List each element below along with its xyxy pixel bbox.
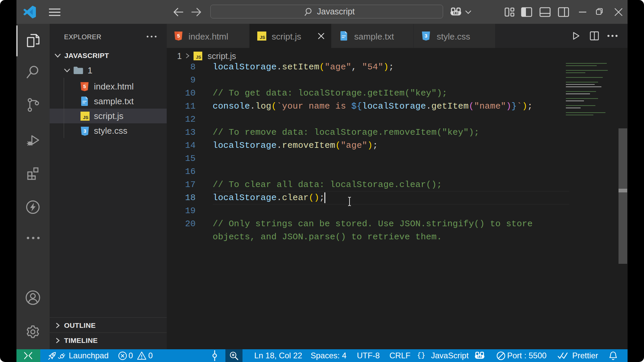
svg-text:3: 3 bbox=[84, 128, 86, 134]
svg-text:JS: JS bbox=[196, 55, 201, 60]
svg-text:5: 5 bbox=[83, 83, 86, 89]
svg-text:JS: JS bbox=[260, 35, 265, 40]
svg-text:3: 3 bbox=[425, 33, 427, 39]
svg-text:5: 5 bbox=[177, 33, 180, 39]
svg-text:JS: JS bbox=[83, 115, 89, 120]
